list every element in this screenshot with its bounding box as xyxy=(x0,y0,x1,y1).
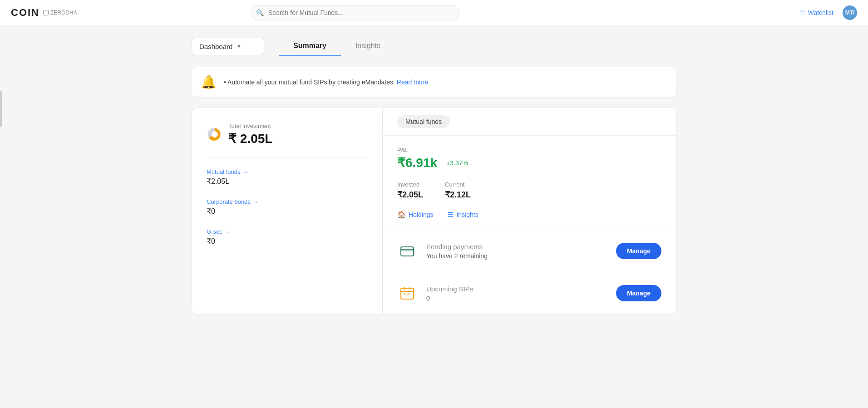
current-label: Current xyxy=(445,181,471,188)
upcoming-sips-title: Upcoming SIPs xyxy=(426,285,607,293)
watchlist-label: Watchlist xyxy=(808,9,833,16)
total-investment-info: Total investment ₹ 2.05L xyxy=(228,123,272,146)
pending-payments-subtitle: You have 2 remaining xyxy=(426,252,607,260)
g-sec-link[interactable]: G-sec → xyxy=(207,228,230,235)
pending-payments-section: Pending payments You have 2 remaining Ma… xyxy=(383,230,676,272)
arrow-right-icon: → xyxy=(242,168,248,175)
invested-label: Invested xyxy=(397,181,423,188)
svg-rect-9 xyxy=(404,293,406,295)
invested-value: ₹2.05L xyxy=(397,190,423,200)
pl-section: P&L ₹6.91k +3.37% xyxy=(397,147,661,170)
mutual-funds-item: Mutual funds → ₹2.05L xyxy=(207,168,368,186)
current-item: Current ₹2.12L xyxy=(445,181,471,200)
holdings-label: Holdings xyxy=(409,211,433,218)
heart-icon: ♡ xyxy=(799,9,805,16)
corporate-bonds-label-row: Corporate bonds → xyxy=(207,198,368,205)
mutual-funds-link[interactable]: Mutual funds → xyxy=(207,168,248,175)
g-sec-value: ₹0 xyxy=(207,237,368,246)
search-icon: 🔍 xyxy=(256,9,264,16)
holdings-icon: 🏠 xyxy=(397,211,406,219)
dashboard-dropdown[interactable]: Dashboard ▼ xyxy=(192,38,264,55)
corporate-bonds-item: Corporate bonds → ₹0 xyxy=(207,198,368,216)
upcoming-sips-subtitle: 0 xyxy=(426,295,607,302)
arrow-right-icon: → xyxy=(224,228,230,235)
upcoming-sips-section: Upcoming SIPs 0 Manage xyxy=(383,272,676,314)
upcoming-sips-icon xyxy=(397,283,417,303)
pending-payments-title: Pending payments xyxy=(426,243,607,251)
upcoming-sips-manage-button[interactable]: Manage xyxy=(616,285,661,301)
pl-value: ₹6.91k xyxy=(397,155,437,170)
right-panel: Mutual funds P&L ₹6.91k +3.37% Invested … xyxy=(382,108,676,315)
g-sec-label-row: G-sec → xyxy=(207,228,368,235)
tab-insights[interactable]: Insights xyxy=(341,36,395,56)
main-container: Dashboard ▼ Summary Insights 🔔 • Automat… xyxy=(184,25,684,325)
insights-label: Insights xyxy=(456,211,478,218)
notification-text: • Automate all your mutual fund SIPs by … xyxy=(224,79,428,86)
credit-card-icon xyxy=(399,243,415,259)
pending-payments-text: Pending payments You have 2 remaining xyxy=(426,243,607,260)
notification-banner: 🔔 • Automate all your mutual fund SIPs b… xyxy=(192,67,676,97)
invested-item: Invested ₹2.05L xyxy=(397,181,423,200)
svg-rect-10 xyxy=(407,293,409,295)
tabs: Summary Insights xyxy=(279,36,676,56)
nav-right: ♡ Watchlist MTI xyxy=(799,5,857,20)
mutual-funds-value: ₹2.05L xyxy=(207,177,368,186)
avatar[interactable]: MTI xyxy=(843,5,857,20)
brand-name: ZERODHA xyxy=(43,10,77,16)
chevron-down-icon: ▼ xyxy=(236,43,242,49)
pl-label: P&L xyxy=(397,147,661,153)
content-grid: Total investment ₹ 2.05L Mutual funds → … xyxy=(192,108,676,315)
mutual-funds-body: P&L ₹6.91k +3.37% Invested ₹2.05L Curren… xyxy=(383,136,676,230)
read-more-link[interactable]: Read more xyxy=(397,79,428,86)
left-bar xyxy=(0,91,2,127)
topnav: COIN ZERODHA 🔍 ♡ Watchlist MTI xyxy=(0,0,868,25)
dashboard-label: Dashboard xyxy=(199,43,232,50)
total-investment-section: Total investment ₹ 2.05L xyxy=(207,123,368,146)
insights-icon: ☰ xyxy=(448,211,454,219)
corporate-bonds-value: ₹0 xyxy=(207,207,368,216)
bell-icon: 🔔 xyxy=(201,74,217,89)
insights-link[interactable]: ☰ Insights xyxy=(448,211,478,219)
app-name: COIN xyxy=(11,7,39,19)
mutual-funds-badge: Mutual funds xyxy=(397,115,450,128)
left-panel: Total investment ₹ 2.05L Mutual funds → … xyxy=(192,108,382,315)
upcoming-sips-text: Upcoming SIPs 0 xyxy=(426,285,607,302)
tab-summary[interactable]: Summary xyxy=(279,36,341,56)
calendar-icon xyxy=(399,285,415,301)
holdings-link[interactable]: 🏠 Holdings xyxy=(397,211,433,219)
logo: COIN ZERODHA xyxy=(11,7,77,19)
search-bar: 🔍 xyxy=(251,5,459,20)
mutual-funds-header: Mutual funds xyxy=(383,108,676,136)
total-investment-label: Total investment xyxy=(228,123,272,129)
pending-payments-manage-button[interactable]: Manage xyxy=(616,243,661,259)
corporate-bonds-link[interactable]: Corporate bonds → xyxy=(207,198,258,205)
header-row: Dashboard ▼ Summary Insights xyxy=(192,36,676,56)
arrow-right-icon: → xyxy=(252,198,258,205)
svg-point-1 xyxy=(212,131,218,138)
divider-1 xyxy=(207,157,368,157)
watchlist-button[interactable]: ♡ Watchlist xyxy=(799,9,833,16)
invested-current-row: Invested ₹2.05L Current ₹2.12L xyxy=(397,181,661,200)
search-input[interactable] xyxy=(251,5,459,20)
mutual-funds-label-row: Mutual funds → xyxy=(207,168,368,175)
pl-row: ₹6.91k +3.37% xyxy=(397,155,661,170)
g-sec-item: G-sec → ₹0 xyxy=(207,228,368,246)
pl-percent: +3.37% xyxy=(446,159,468,167)
total-investment-amount: ₹ 2.05L xyxy=(228,131,272,146)
pie-chart-icon xyxy=(207,126,223,143)
current-value: ₹2.12L xyxy=(445,190,471,200)
pending-payments-icon xyxy=(397,241,417,261)
action-links-row: 🏠 Holdings ☰ Insights xyxy=(397,211,661,219)
